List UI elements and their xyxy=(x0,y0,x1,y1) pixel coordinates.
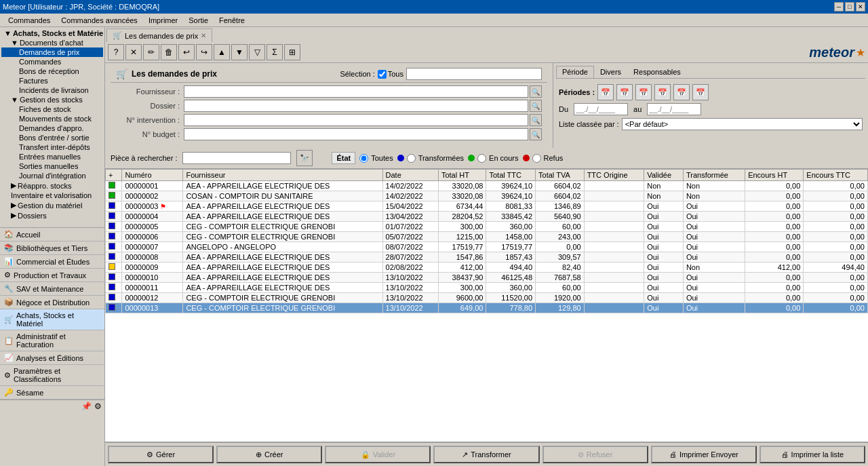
sidebar-pin-icon[interactable]: 📌 xyxy=(81,402,92,411)
nav-sav[interactable]: 🔧 SAV et Maintenance xyxy=(0,282,104,296)
sidebar-item-journal[interactable]: Journal d'intégration xyxy=(1,171,103,180)
cal-btn-5[interactable]: 📅 xyxy=(673,84,690,100)
budget-search-btn[interactable]: 🔍 xyxy=(530,128,542,140)
fournisseur-input[interactable] xyxy=(184,85,528,98)
delete-button[interactable]: 🗑 xyxy=(161,44,177,60)
sidebar-item-commandes[interactable]: Commandes xyxy=(1,57,103,66)
table-row[interactable]: 00000004 AEA - APPAREILLAGE ELECTRIQUE D… xyxy=(106,212,868,222)
maximize-btn[interactable]: □ xyxy=(845,2,854,12)
th-numero[interactable]: Numéro xyxy=(122,170,183,181)
th-date[interactable]: Date xyxy=(382,170,438,181)
th-total-ttc[interactable]: Total TTC xyxy=(486,170,536,181)
imprimer-liste-button[interactable]: 🖨 Imprimer la liste xyxy=(760,446,865,463)
sidebar-item-fiches-stock[interactable]: Fiches de stock xyxy=(1,104,103,114)
tab-demandes-prix[interactable]: 🛒 Les demandes de prix ✕ xyxy=(106,28,212,42)
cal-btn-1[interactable]: 📅 xyxy=(597,84,614,100)
table-row[interactable]: 00000001 AEA - APPAREILLAGE ELECTRIQUE D… xyxy=(106,181,868,191)
sidebar-item-demandes-appro[interactable]: Demandes d'appro. xyxy=(1,123,103,133)
refuser-button[interactable]: ⊘ Refuser xyxy=(542,446,648,463)
dossier-input[interactable] xyxy=(184,100,528,112)
nav-sesame[interactable]: 🔑 Sésame xyxy=(0,386,104,400)
menu-sortie[interactable]: Sortie xyxy=(183,15,214,26)
table-row[interactable]: 00000010 AEA - APPAREILLAGE ELECTRIQUE D… xyxy=(106,273,868,283)
sidebar-item-mouvements-stock[interactable]: Mouvements de stock xyxy=(1,114,103,123)
nav-production[interactable]: ⚙ Production et Travaux xyxy=(0,269,104,282)
minimize-btn[interactable]: ─ xyxy=(834,2,844,12)
cal-btn-6[interactable]: 📅 xyxy=(692,84,709,100)
table-row[interactable]: 00000008 AEA - APPAREILLAGE ELECTRIQUE D… xyxy=(106,252,868,263)
sidebar-item-demandes-prix[interactable]: Demandes de prix xyxy=(1,47,103,57)
binoculars-btn[interactable]: 🔭 xyxy=(296,150,313,166)
intervention-search-btn[interactable]: 🔍 xyxy=(530,114,542,126)
valider-button[interactable]: 🔒 Valider xyxy=(325,446,431,463)
radio-transformees-input[interactable] xyxy=(407,154,416,163)
cal-btn-3[interactable]: 📅 xyxy=(635,84,652,100)
sidebar-item-transfert[interactable]: Transfert inter-dépôts xyxy=(1,142,103,152)
nav-commercial[interactable]: 📊 Commercial et Études xyxy=(0,255,104,269)
menu-commandes[interactable]: Commandes xyxy=(3,15,56,26)
table-row[interactable]: 00000005 CEG - COMPTOIR ELECTRIQUE GRENO… xyxy=(106,222,868,232)
table-row[interactable]: 00000011 AEA - APPAREILLAGE ELECTRIQUE D… xyxy=(106,283,868,293)
piece-input[interactable] xyxy=(182,152,291,164)
date-du-input[interactable] xyxy=(574,103,628,115)
undo-button[interactable]: ↩ xyxy=(178,44,195,60)
th-fournisseur[interactable]: Fournisseur xyxy=(183,170,382,181)
sidebar-item-sorties-manuelles[interactable]: Sorties manuelles xyxy=(1,161,103,171)
tab-close-btn[interactable]: ✕ xyxy=(201,32,206,39)
table-row[interactable]: 00000007 ANGELOPO - ANGELOPO 08/07/2022 … xyxy=(106,242,868,252)
tab-periode[interactable]: Période xyxy=(556,66,594,78)
tous-checkbox-label[interactable]: Tous xyxy=(378,70,403,79)
sidebar-item-incidents[interactable]: Incidents de livraison xyxy=(1,85,103,95)
th-encours-ttc[interactable]: Encours TTC xyxy=(804,170,868,181)
sidebar-item-bons-entree[interactable]: Bons d'entrée / sortie xyxy=(1,133,103,142)
sidebar-item-gestion-materiel[interactable]: ▶ Gestion du matériel xyxy=(1,200,103,210)
imprimer-envoyer-button[interactable]: 🖨 Imprimer Envoyer xyxy=(651,446,757,463)
th-total-tva[interactable]: Total TVA xyxy=(536,170,585,181)
budget-input[interactable] xyxy=(184,128,528,140)
th-validee[interactable]: Validée xyxy=(644,170,684,181)
table-row[interactable]: 00000006 CEG - COMPTOIR ELECTRIQUE GRENO… xyxy=(106,232,868,242)
table-row[interactable]: 00000013 CEG - COMPTOIR ELECTRIQUE GRENO… xyxy=(106,303,868,313)
fournisseur-search-btn[interactable]: 🔍 xyxy=(530,85,542,98)
radio-toutes-input[interactable] xyxy=(359,154,368,163)
creer-button[interactable]: ⊕ Créer xyxy=(216,446,322,463)
date-au-input[interactable] xyxy=(647,103,701,115)
help-button[interactable]: ? xyxy=(108,44,124,60)
th-encours-ht[interactable]: Encours HT xyxy=(745,170,804,181)
up-button[interactable]: ▲ xyxy=(214,44,230,60)
nav-parametres[interactable]: ⚙ Paramètres et Classifications xyxy=(0,365,104,386)
nav-administratif[interactable]: 📋 Administratif et Facturation xyxy=(0,330,104,351)
sidebar-item-reappro[interactable]: ▶ Réappro. stocks xyxy=(1,180,103,191)
menu-commandes-avancees[interactable]: Commandes avancées xyxy=(56,15,143,26)
sum-button[interactable]: Σ xyxy=(267,44,283,60)
nav-accueil[interactable]: 🏠 Accueil xyxy=(0,228,104,241)
nav-negoce[interactable]: 📦 Négoce et Distribution xyxy=(0,296,104,309)
sidebar-item-documents[interactable]: ▼ Documents d'achat xyxy=(1,38,103,47)
sidebar-item-gestion-stocks[interactable]: ▼ Gestion des stocks xyxy=(1,95,103,104)
table-row[interactable]: 00000002 COSAN - COMPTOIR DU SANITAIRE 1… xyxy=(106,191,868,201)
cal-btn-2[interactable]: 📅 xyxy=(616,84,633,100)
th-ttc-origine[interactable]: TTC Origine xyxy=(584,170,644,181)
grid-button[interactable]: ⊞ xyxy=(284,44,300,60)
redo-button[interactable]: ↪ xyxy=(196,44,212,60)
intervention-input[interactable] xyxy=(184,114,528,126)
dossier-search-btn[interactable]: 🔍 xyxy=(530,100,542,112)
nav-achats[interactable]: 🛒 Achats, Stocks et Matériel xyxy=(0,309,104,330)
radio-en-cours-input[interactable] xyxy=(477,154,486,163)
sidebar-item-bons-reception[interactable]: Bons de réception xyxy=(1,66,103,76)
edit-button[interactable]: ✏ xyxy=(143,44,159,60)
sidebar-tree-root[interactable]: ▼ Achats, Stocks et Matériel xyxy=(1,28,103,38)
tab-responsables[interactable]: Responsables xyxy=(627,66,687,78)
close-btn[interactable]: ✕ xyxy=(856,2,865,12)
th-total-ht[interactable]: Total HT xyxy=(438,170,486,181)
radio-refus-input[interactable] xyxy=(532,154,541,163)
cal-btn-4[interactable]: 📅 xyxy=(654,84,671,100)
sidebar-item-factures[interactable]: Factures xyxy=(1,76,103,85)
table-row[interactable]: 00000012 CEG - COMPTOIR ELECTRIQUE GRENO… xyxy=(106,293,868,303)
tab-divers[interactable]: Divers xyxy=(594,66,627,78)
menu-fenetre[interactable]: Fenêtre xyxy=(214,15,250,26)
cancel-button[interactable]: ✕ xyxy=(125,44,142,60)
sidebar-item-entrees-manuelles[interactable]: Entrées manuelles xyxy=(1,152,103,161)
table-row[interactable]: 00000009 AEA - APPAREILLAGE ELECTRIQUE D… xyxy=(106,263,868,273)
menu-imprimer[interactable]: Imprimer xyxy=(143,15,183,26)
